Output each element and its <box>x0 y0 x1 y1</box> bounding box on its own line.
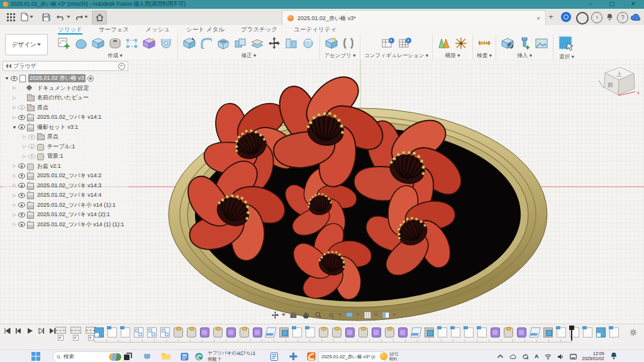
expand-arrow-icon[interactable] <box>11 212 18 217</box>
viewcube-top-label[interactable]: 上 <box>616 71 622 77</box>
timeline-settings-gear-icon[interactable] <box>629 328 638 337</box>
timeline-feature[interactable] <box>358 327 368 337</box>
browser-item-label[interactable]: 2025.01.02_ツバキ小 v14 (1):1 <box>36 201 117 209</box>
timeline-feature[interactable] <box>425 327 434 337</box>
zoom-icon[interactable] <box>314 310 323 320</box>
tool-app-icon[interactable] <box>289 351 297 361</box>
browser-item-label[interactable]: ドキュメントの設定 <box>36 84 90 92</box>
timeline-feature[interactable] <box>332 327 341 337</box>
expand-arrow-icon[interactable] <box>21 144 28 149</box>
configuration-table-icon[interactable] <box>397 36 413 51</box>
browser-row[interactable]: 2025.01.02_ツバキ v14:3 <box>3 181 128 191</box>
browser-item-label[interactable]: お盆 v2:1 <box>36 162 62 170</box>
visibility-eye-icon[interactable] <box>18 163 26 169</box>
expand-arrow-icon[interactable] <box>11 163 18 168</box>
notification-center-bell-icon[interactable] <box>610 352 618 361</box>
play-icon[interactable] <box>26 327 33 334</box>
help-icon[interactable]: ? <box>617 12 628 23</box>
timeline-feature[interactable] <box>187 327 196 337</box>
browser-row[interactable]: お盆 v2:1 <box>3 162 128 172</box>
expand-arrow-icon[interactable] <box>11 96 18 101</box>
browser-row[interactable]: 2025.01.02_ツバキ小 v14 (1) (1):1 <box>3 220 128 230</box>
display-settings-icon[interactable] <box>345 310 360 320</box>
expand-arrow-icon[interactable] <box>11 125 18 129</box>
display-app-icon[interactable] <box>143 351 152 361</box>
activate-component-radio[interactable] <box>87 75 94 82</box>
start-button[interactable] <box>31 351 40 361</box>
ribbon-tab[interactable]: プラスチック <box>241 25 277 35</box>
timeline-feature[interactable] <box>543 327 553 337</box>
new-tab-button[interactable]: + <box>546 12 556 22</box>
browser-item-label[interactable]: 撮影セット v3:1 <box>36 123 79 131</box>
timeline-feature[interactable] <box>292 327 302 337</box>
timeline-feature[interactable] <box>108 327 117 337</box>
visibility-eye-icon[interactable] <box>18 95 26 101</box>
close-tab-icon[interactable]: × <box>536 15 540 22</box>
visibility-eye-icon[interactable] <box>18 202 26 208</box>
browser-minimize-icon[interactable] <box>118 63 125 70</box>
task-view-icon[interactable] <box>124 351 132 361</box>
timeline-feature[interactable] <box>319 327 328 337</box>
timeline-playhead[interactable] <box>571 326 572 341</box>
sync-status-icon[interactable] <box>522 353 529 360</box>
onedrive-cloud-icon[interactable] <box>509 353 516 360</box>
viewport-3d[interactable]: 上 前 x ブラウザ 2025.01.02 赤い椿 v3 <box>0 60 644 324</box>
browser-row[interactable]: 2025.01.02_ツバキ v14:4 <box>3 190 128 200</box>
ribbon-tab[interactable]: ソリッド <box>58 25 82 35</box>
timeline-feature[interactable] <box>306 327 315 337</box>
job-status-icon[interactable] <box>576 12 589 25</box>
maximize-button[interactable]: ▢ <box>601 0 623 9</box>
browser-item-label[interactable]: テーブル:1 <box>46 143 76 151</box>
visibility-eye-icon[interactable] <box>18 182 26 189</box>
expand-arrow-icon[interactable] <box>11 105 18 110</box>
expand-arrow-icon[interactable] <box>21 134 28 140</box>
timeline-feature[interactable] <box>240 327 249 337</box>
save-button[interactable] <box>39 11 53 23</box>
look-at-icon[interactable] <box>289 310 298 320</box>
visibility-eye-icon[interactable] <box>18 212 26 218</box>
close-button[interactable]: ✕ <box>623 0 644 9</box>
visibility-eye-icon[interactable] <box>28 143 36 150</box>
minimize-button[interactable]: – <box>580 0 601 9</box>
sketch-dimension-icon[interactable] <box>125 36 140 51</box>
timeline-feature[interactable] <box>438 327 447 337</box>
timeline-feature[interactable] <box>477 327 487 337</box>
visibility-eye-icon[interactable] <box>18 104 26 111</box>
step-back-icon[interactable] <box>15 327 22 334</box>
browser-row[interactable]: 背景:1 <box>3 151 128 162</box>
expand-arrow-icon[interactable] <box>11 173 18 178</box>
browser-item-label[interactable]: 背景:1 <box>46 152 65 160</box>
insert-mcmaster-icon[interactable] <box>517 36 532 51</box>
ribbon-tab[interactable]: ユーティリティ <box>294 25 336 35</box>
timeline-feature[interactable] <box>345 327 355 337</box>
go-to-start-icon[interactable] <box>4 327 11 334</box>
timeline-feature[interactable] <box>398 327 408 337</box>
configuration-icon[interactable] <box>380 36 396 51</box>
document-tab[interactable]: 2025.01.02_赤い椿 v3* × <box>282 10 546 26</box>
browser-item-label[interactable]: 2025.01.02_ツバキ v14:3 <box>36 182 103 190</box>
expand-arrow-icon[interactable] <box>11 222 18 227</box>
timeline-feature[interactable] <box>134 327 143 337</box>
move-copy-icon[interactable] <box>267 36 282 51</box>
home-view-button[interactable] <box>92 11 107 25</box>
timeline-feature[interactable] <box>94 327 104 337</box>
fillet-icon[interactable] <box>199 36 214 51</box>
expand-arrow-icon[interactable] <box>11 115 18 120</box>
ribbon-tab[interactable]: メッシュ <box>145 25 170 35</box>
browser-header[interactable]: ブラウザ <box>3 61 128 71</box>
visibility-eye-icon[interactable] <box>18 173 26 179</box>
explorer-folder-icon[interactable] <box>162 351 170 361</box>
timeline-feature[interactable] <box>200 327 209 337</box>
select-icon[interactable] <box>557 35 576 53</box>
browser-row[interactable]: 2025.01.02_ツバキ v14 (2):1 <box>3 210 128 220</box>
extrude-icon[interactable] <box>91 36 106 51</box>
timeline-feature[interactable] <box>160 327 170 337</box>
calculator-app-icon[interactable] <box>180 351 189 361</box>
hole-icon[interactable] <box>108 36 123 51</box>
timeline-feature[interactable] <box>464 327 474 337</box>
construction-plane-icon[interactable] <box>436 36 452 51</box>
browser-row[interactable]: 2025.01.02_ツバキ v14:2 <box>3 171 128 181</box>
timeline-feature[interactable] <box>583 327 592 337</box>
visibility-eye-icon[interactable] <box>18 124 26 130</box>
timeline-feature[interactable] <box>265 327 276 337</box>
